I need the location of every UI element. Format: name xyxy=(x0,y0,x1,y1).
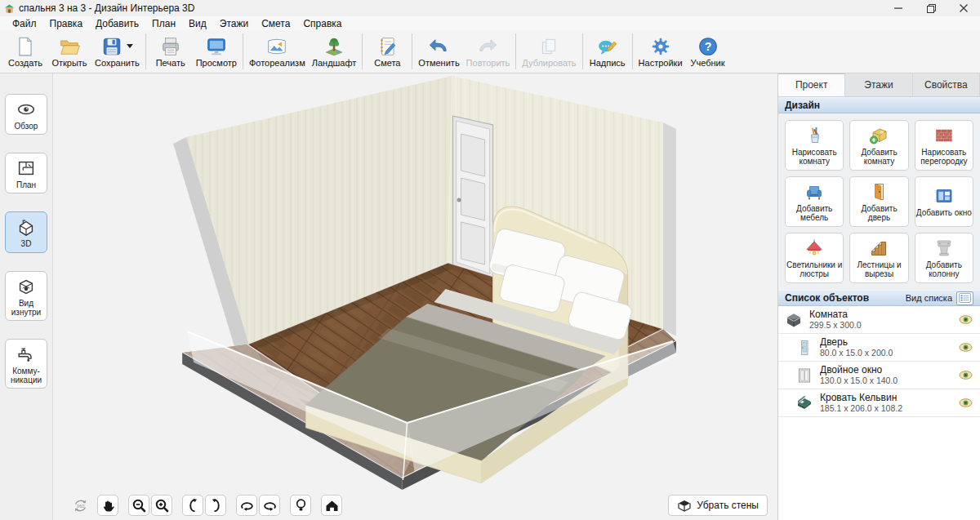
new-button[interactable]: Создать xyxy=(3,34,47,69)
tab-floors[interactable]: Этажи xyxy=(845,73,912,96)
light-button[interactable] xyxy=(290,495,311,516)
eye-overview-icon xyxy=(16,99,37,120)
save-button[interactable]: Сохранить xyxy=(91,34,143,69)
pan-hand-icon xyxy=(100,498,116,513)
pan-button[interactable] xyxy=(97,495,118,516)
interior-view-icon xyxy=(16,276,37,297)
object-row-window[interactable]: Двойное окно 130.0 x 15.0 x 140.0 xyxy=(778,362,980,389)
sidebar-item-overview[interactable]: Обзор xyxy=(5,94,47,135)
menu-view[interactable]: Вид xyxy=(182,18,213,29)
rotate-vertical-left-icon xyxy=(185,498,201,513)
undo-button[interactable]: Отменить xyxy=(415,34,462,69)
preview-icon xyxy=(206,36,227,57)
tab-properties[interactable]: Свойства xyxy=(913,73,980,96)
add-column-button[interactable]: Добавить колонну xyxy=(915,233,973,283)
list-view-icon xyxy=(959,293,971,303)
zoom-out-icon xyxy=(131,498,147,513)
design-buttons-grid: Нарисовать комнату Добавить комнату Нари… xyxy=(778,113,980,290)
toolbar-separator xyxy=(582,33,583,69)
menu-file[interactable]: Файл xyxy=(6,18,43,29)
rotate-horizontal-right-icon xyxy=(262,498,278,513)
text-label-button[interactable]: Надпись xyxy=(586,34,630,69)
add-furniture-button[interactable]: Добавить мебель xyxy=(785,176,844,227)
toolbar-separator xyxy=(243,33,243,69)
menu-estimate[interactable]: Смета xyxy=(255,18,296,29)
toolbar-separator xyxy=(145,33,146,69)
home-view-button[interactable] xyxy=(321,495,342,516)
menu-edit[interactable]: Правка xyxy=(43,18,90,29)
zoom-in-button[interactable] xyxy=(151,495,172,516)
remove-walls-label: Убрать стены xyxy=(697,500,759,511)
visibility-toggle[interactable] xyxy=(957,314,973,325)
window-object-icon xyxy=(796,367,813,384)
menu-add[interactable]: Добавить xyxy=(89,18,145,29)
add-door-button[interactable]: Добавить дверь xyxy=(849,176,908,227)
add-furniture-icon xyxy=(804,181,825,202)
stairs-button[interactable]: Лестницы и вырезы xyxy=(849,233,908,283)
redo-button[interactable]: Повторить xyxy=(463,34,514,69)
menu-plan[interactable]: План xyxy=(145,18,182,29)
sidebar-item-plan[interactable]: План xyxy=(5,153,47,193)
print-button[interactable]: Печать xyxy=(149,34,193,69)
draw-partition-button[interactable]: Нарисовать перегородку xyxy=(915,120,973,171)
new-document-icon xyxy=(15,36,36,57)
right-panel: Проект Этажи Свойства Дизайн Нарисовать … xyxy=(777,73,980,520)
estimate-button[interactable]: Смета xyxy=(365,34,409,69)
duplicate-button[interactable]: Дублировать xyxy=(519,34,579,69)
preview-button[interactable]: Просмотр xyxy=(193,34,240,69)
object-row-door[interactable]: Дверь 80.0 x 15.0 x 200.0 xyxy=(778,334,980,362)
remove-walls-button[interactable]: Убрать стены xyxy=(668,495,768,516)
lights-button[interactable]: Светильники и люстры xyxy=(785,233,844,283)
3d-scene[interactable] xyxy=(53,73,777,520)
rotate-vertical-right-button[interactable] xyxy=(205,495,226,516)
sidebar-item-communications[interactable]: Комму-никации xyxy=(5,339,47,389)
menu-help[interactable]: Справка xyxy=(296,18,348,29)
view-mode-sidebar: Обзор План 3D Вид изнутри Комму-никации xyxy=(0,73,53,520)
draw-room-button[interactable]: Нарисовать комнату xyxy=(785,120,844,171)
text-label-icon xyxy=(597,36,618,57)
house-3d-icon xyxy=(16,216,37,238)
panel-tabs: Проект Этажи Свойства xyxy=(778,73,980,97)
settings-button[interactable]: Настройки xyxy=(635,34,686,69)
window-title: спальня 3 на 3 - Дизайн Интерьера 3D xyxy=(19,2,194,14)
design-section-header: Дизайн xyxy=(778,97,980,113)
rotate-horizontal-right-button[interactable] xyxy=(259,495,280,516)
rotate-360-button[interactable]: 360 xyxy=(69,495,91,516)
object-row-room[interactable]: Комната 299.5 x 300.0 xyxy=(778,306,980,334)
menu-floors[interactable]: Этажи xyxy=(213,18,255,29)
toolbar-separator xyxy=(515,33,516,69)
photorealism-button[interactable]: Фотореализм xyxy=(246,34,309,69)
open-button[interactable]: Открыть xyxy=(47,34,91,69)
rotate-vertical-left-button[interactable] xyxy=(182,495,203,516)
door[interactable] xyxy=(453,116,493,278)
home-view-icon xyxy=(324,498,340,513)
minimize-button[interactable] xyxy=(882,0,915,16)
restore-button[interactable] xyxy=(915,0,947,16)
remove-walls-icon xyxy=(677,499,692,512)
title-bar: спальня 3 на 3 - Дизайн Интерьера 3D xyxy=(0,0,980,16)
add-room-button[interactable]: Добавить комнату xyxy=(849,120,908,171)
close-button[interactable] xyxy=(947,0,980,16)
save-dropdown-caret[interactable] xyxy=(127,44,133,48)
sidebar-item-interior-view[interactable]: Вид изнутри xyxy=(5,271,47,321)
tutorial-icon: ? xyxy=(697,36,719,57)
view-list-label: Вид списка xyxy=(906,293,952,303)
object-row-bed[interactable]: Кровать Кельвин 185.1 x 206.0 x 108.2 xyxy=(778,389,980,417)
bed-object-icon xyxy=(796,395,813,411)
visibility-toggle[interactable] xyxy=(957,370,973,380)
visibility-toggle[interactable] xyxy=(957,398,973,408)
tab-project[interactable]: Проект xyxy=(778,73,845,96)
object-list: Комната 299.5 x 300.0 Дверь 80.0 x 15.0 … xyxy=(778,306,980,520)
list-view-button[interactable] xyxy=(956,291,973,305)
eye-visibility-icon xyxy=(959,314,973,325)
zoom-out-button[interactable] xyxy=(128,495,149,516)
sidebar-item-3d[interactable]: 3D xyxy=(5,211,47,252)
visibility-toggle[interactable] xyxy=(957,342,973,353)
landscape-button[interactable]: Ландшафт xyxy=(309,34,360,69)
3d-viewport[interactable]: 360 xyxy=(53,73,777,520)
tutorial-button[interactable]: ? Учебник xyxy=(686,34,730,69)
rotate-horizontal-left-button[interactable] xyxy=(236,495,257,516)
zoom-in-icon xyxy=(154,498,170,513)
add-window-button[interactable]: Добавить окно xyxy=(915,176,973,227)
draw-partition-icon xyxy=(933,125,955,146)
